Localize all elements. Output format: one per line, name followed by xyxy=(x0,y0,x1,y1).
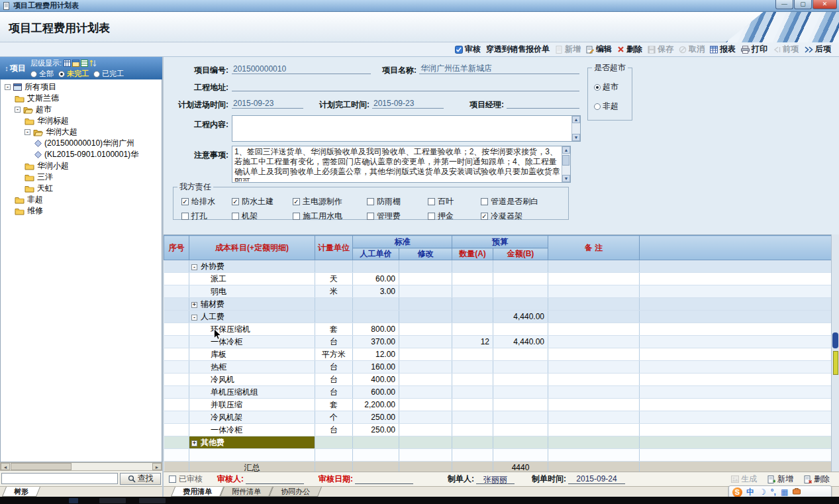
col-labor-price[interactable]: 人工单价 xyxy=(353,248,399,260)
cell-qty[interactable] xyxy=(452,260,493,273)
cell-seq[interactable] xyxy=(164,449,189,462)
responsibility-checkbox[interactable]: 管理费 xyxy=(367,211,428,222)
cell-unit[interactable]: 个 xyxy=(315,411,353,424)
maximize-button[interactable]: ▢ xyxy=(794,0,812,9)
col-remark[interactable]: 备 注 xyxy=(548,236,640,260)
cell-amount[interactable] xyxy=(493,374,548,386)
cell-unit[interactable]: 平方米 xyxy=(315,348,353,361)
pierce-quote-button[interactable]: 穿透到销售报价单 xyxy=(486,44,550,55)
expand-minus-icon[interactable]: - xyxy=(5,84,11,90)
scroll-thumb[interactable] xyxy=(11,463,72,470)
col-subject[interactable]: 成本科目(+定额明细) xyxy=(189,236,315,260)
responsibility-checkbox[interactable]: 打孔 xyxy=(181,211,232,222)
cell-modify[interactable] xyxy=(399,386,452,399)
cell-filler[interactable] xyxy=(640,273,832,285)
cell-amount[interactable] xyxy=(493,285,548,298)
expand-minus-icon[interactable]: - xyxy=(15,107,21,113)
edit-button[interactable]: 编辑 xyxy=(586,44,612,55)
tree-item[interactable]: -所有项目 xyxy=(1,81,162,93)
tree-horizontal-scrollbar[interactable]: ◄ ► xyxy=(0,462,162,471)
cell-modify[interactable] xyxy=(399,311,452,323)
cell-qty[interactable] xyxy=(452,311,493,323)
cell-price[interactable]: 160.00 xyxy=(353,361,399,374)
col-standard[interactable]: 标准 xyxy=(353,236,452,248)
cell-seq[interactable] xyxy=(164,361,189,374)
cell-unit[interactable]: 台 xyxy=(315,361,353,374)
cost-row-派工[interactable]: 派工天60.00 xyxy=(164,273,832,285)
tab-协同办公[interactable]: 协同办公 xyxy=(269,487,322,497)
cell-amount[interactable] xyxy=(493,424,548,436)
entry-time-field[interactable] xyxy=(232,98,303,109)
find-button[interactable]: 查找 xyxy=(120,473,161,485)
content-scrollbar[interactable]: ▲ ▼ xyxy=(571,116,580,141)
cell-remark[interactable] xyxy=(548,336,640,348)
cell-price[interactable]: 250.00 xyxy=(353,411,399,424)
tree-item[interactable]: -华润大超 xyxy=(1,126,162,138)
audit-button[interactable]: 审核 xyxy=(455,44,481,55)
cell-modify[interactable] xyxy=(399,323,452,336)
cell-price[interactable]: 800.00 xyxy=(353,323,399,336)
cell-filler[interactable] xyxy=(640,411,832,424)
cell-amount[interactable] xyxy=(493,449,548,462)
cell-unit[interactable]: 台 xyxy=(315,336,353,348)
cost-row-并联压缩[interactable]: 并联压缩套2,200.00 xyxy=(164,399,832,411)
cell-qty[interactable] xyxy=(452,449,493,462)
cell-qty[interactable] xyxy=(452,399,493,411)
filter-radio[interactable]: 已完工 xyxy=(93,69,124,79)
cell-filler[interactable] xyxy=(640,260,832,273)
cell-modify[interactable] xyxy=(399,374,452,386)
tree-item[interactable]: 华润标超 xyxy=(1,115,162,126)
cell-unit[interactable]: 套 xyxy=(315,399,353,411)
cell-remark[interactable] xyxy=(548,285,640,298)
scroll-left-arrow[interactable]: ◄ xyxy=(1,463,10,470)
cell-seq[interactable] xyxy=(164,399,189,411)
cell-unit[interactable] xyxy=(315,436,353,449)
cell-qty[interactable] xyxy=(452,361,493,374)
cell-name[interactable]: 派工 xyxy=(189,273,315,285)
expand-minus-icon[interactable]: - xyxy=(191,264,197,270)
cell-qty[interactable] xyxy=(452,411,493,424)
cell-name[interactable]: -人工费 xyxy=(189,311,315,323)
cell-price[interactable]: 3.00 xyxy=(353,285,399,298)
supermarket-radio[interactable]: 非超 xyxy=(594,101,632,112)
expand-minus-icon[interactable]: - xyxy=(191,315,197,321)
scroll-up-arrow[interactable]: ▲ xyxy=(572,116,580,123)
cost-row-empty[interactable] xyxy=(164,449,832,462)
responsibility-checkbox[interactable]: ✓防水土建 xyxy=(232,196,293,207)
cell-modify[interactable] xyxy=(399,361,452,374)
cell-unit[interactable]: 天 xyxy=(315,273,353,285)
cell-remark[interactable] xyxy=(548,411,640,424)
cell-filler[interactable] xyxy=(640,399,832,411)
scroll-up-arrow[interactable]: ▲ xyxy=(562,146,570,154)
cell-qty[interactable]: 12 xyxy=(452,336,493,348)
cost-row-环保压缩机[interactable]: 环保压缩机套800.00 xyxy=(164,323,832,336)
cell-seq[interactable] xyxy=(164,424,189,436)
audit-date-field[interactable] xyxy=(355,474,413,484)
cell-price[interactable]: 600.00 xyxy=(353,386,399,399)
cost-row-其他费[interactable]: +其他费 xyxy=(164,436,832,449)
cell-filler[interactable] xyxy=(640,285,832,298)
report-button[interactable]: 报表 xyxy=(710,44,736,55)
cell-modify[interactable] xyxy=(399,436,452,449)
scroll-down-arrow[interactable]: ▼ xyxy=(572,134,580,141)
cell-filler[interactable] xyxy=(640,311,832,323)
cost-row-热柜[interactable]: 热柜台160.00 xyxy=(164,361,832,374)
cell-unit[interactable]: 套 xyxy=(315,323,353,336)
next-button[interactable]: 后项 xyxy=(804,44,831,55)
cell-seq[interactable] xyxy=(164,336,189,348)
project-name-field[interactable] xyxy=(419,64,579,74)
cell-modify[interactable] xyxy=(399,348,452,361)
tree-item[interactable]: (KL2015-0901.0100001)华 xyxy=(1,149,162,160)
cell-name[interactable]: 冷风机 xyxy=(189,374,315,386)
cell-amount[interactable] xyxy=(493,411,548,424)
cell-name[interactable]: +辅材费 xyxy=(189,298,315,311)
cell-seq[interactable] xyxy=(164,298,189,311)
cell-remark[interactable] xyxy=(548,436,640,449)
col-modify[interactable]: 修改 xyxy=(399,248,452,260)
expand-plus-icon[interactable]: + xyxy=(191,440,197,446)
notes-textarea[interactable]: 1、签回三洋送货单、华润版验收单及我司验收单、工程量验收单；2、按华润要求接货，… xyxy=(232,146,571,183)
cell-remark[interactable] xyxy=(548,361,640,374)
cost-row-库板[interactable]: 库板平方米12.00 xyxy=(164,348,832,361)
cell-seq[interactable] xyxy=(164,311,189,323)
address-field[interactable] xyxy=(232,81,579,91)
